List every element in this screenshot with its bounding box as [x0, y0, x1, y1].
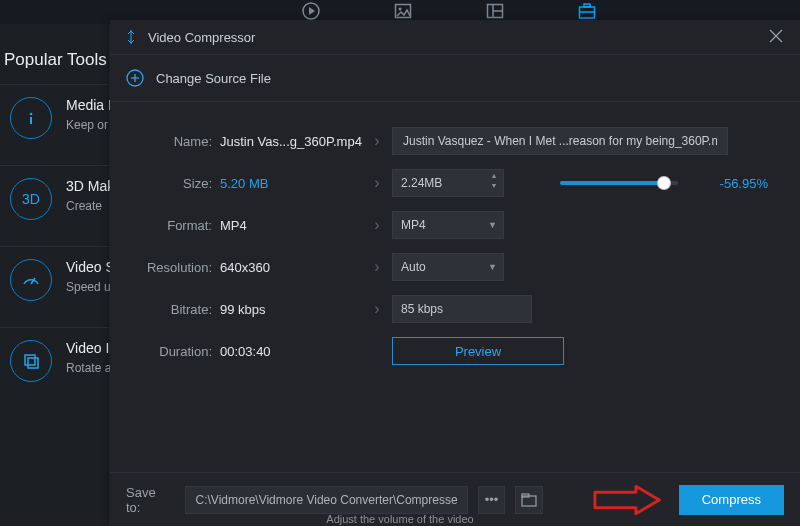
- row-label: Duration:: [128, 344, 220, 359]
- sidebar-title: Popular Tools: [0, 24, 109, 84]
- panels-icon[interactable]: [484, 0, 506, 22]
- row-label: Size:: [128, 176, 220, 191]
- dialog: Video Compressor Change Source File Name…: [110, 20, 800, 526]
- row-source-value: 00:03:40: [220, 344, 362, 359]
- output-size-value[interactable]: [393, 176, 473, 190]
- row-source-value: 5.20 MB: [220, 176, 362, 191]
- resolution-selected: Auto: [401, 260, 426, 274]
- sidebar-item-desc: Create: [66, 198, 114, 214]
- size-delta: -56.95%: [708, 176, 768, 191]
- format-select[interactable]: MP4▼: [392, 211, 504, 239]
- svg-rect-13: [28, 358, 38, 368]
- preview-button[interactable]: Preview: [392, 337, 564, 365]
- row-source-value: MP4: [220, 218, 362, 233]
- row-source-value: Justin Vas...g_360P.mp4: [220, 134, 362, 149]
- image-icon[interactable]: [392, 0, 414, 22]
- row-label: Format:: [128, 218, 220, 233]
- three-d-icon: 3D: [10, 178, 52, 220]
- format-selected: MP4: [401, 218, 426, 232]
- caret-down-icon: ▼: [488, 262, 497, 272]
- chevron-right-icon: ›: [362, 216, 392, 234]
- plus-circle-icon: [126, 69, 144, 87]
- close-icon[interactable]: [768, 28, 786, 46]
- resolution-select[interactable]: Auto▼: [392, 253, 504, 281]
- chevron-right-icon: ›: [362, 300, 392, 318]
- change-source-row[interactable]: Change Source File: [110, 54, 800, 102]
- caret-up-icon[interactable]: ▲: [489, 172, 499, 180]
- svg-point-9: [30, 113, 33, 116]
- row-resolution: Resolution: 640x360 › Auto▼: [128, 246, 782, 288]
- chevron-right-icon: ›: [362, 174, 392, 192]
- red-arrow-annotation: [593, 484, 663, 516]
- change-source-label: Change Source File: [156, 71, 271, 86]
- svg-rect-10: [30, 117, 32, 124]
- dialog-title: Video Compressor: [148, 30, 255, 45]
- open-folder-button[interactable]: [515, 486, 542, 514]
- output-size-stepper[interactable]: ▲▼: [392, 169, 504, 197]
- gauge-icon: [10, 259, 52, 301]
- row-source-value: 640x360: [220, 260, 362, 275]
- caret-down-icon: ▼: [488, 220, 497, 230]
- svg-rect-7: [584, 4, 590, 7]
- bitrate-input[interactable]: [392, 295, 532, 323]
- chevron-right-icon: ›: [362, 132, 392, 150]
- play-icon[interactable]: [300, 0, 322, 22]
- dialog-body: Name: Justin Vas...g_360P.mp4 › Size: 5.…: [110, 102, 800, 376]
- row-label: Resolution:: [128, 260, 220, 275]
- compress-button[interactable]: Compress: [679, 485, 784, 515]
- row-format: Format: MP4 › MP4▼: [128, 204, 782, 246]
- toolbox-icon[interactable]: [576, 0, 598, 22]
- row-label: Name:: [128, 134, 220, 149]
- row-bitrate: Bitrate: 99 kbps ›: [128, 288, 782, 330]
- layers-icon: [10, 340, 52, 382]
- row-size: Size: 5.20 MB › ▲▼ -56.95%: [128, 162, 782, 204]
- save-path-input[interactable]: [185, 486, 468, 514]
- sidebar: Popular Tools Media IKeep or want 3D 3D …: [0, 24, 110, 526]
- row-name: Name: Justin Vas...g_360P.mp4 ›: [128, 120, 782, 162]
- size-slider[interactable]: [560, 181, 678, 185]
- row-source-value: 99 kbps: [220, 302, 362, 317]
- caret-down-icon[interactable]: ▼: [489, 182, 499, 190]
- row-duration: Duration: 00:03:40 › Preview: [128, 330, 782, 372]
- sidebar-item-label: 3D Mak: [66, 178, 114, 194]
- dialog-header: Video Compressor: [110, 20, 800, 54]
- svg-point-2: [399, 8, 402, 11]
- chevron-right-icon: ›: [362, 258, 392, 276]
- info-icon: [10, 97, 52, 139]
- save-label: Save to:: [126, 485, 173, 515]
- row-label: Bitrate:: [128, 302, 220, 317]
- status-caption: Adjust the volume of the video: [0, 512, 800, 526]
- more-options-button[interactable]: •••: [478, 486, 505, 514]
- svg-rect-12: [25, 355, 35, 365]
- output-name-input[interactable]: [392, 127, 728, 155]
- compress-icon: [124, 30, 138, 44]
